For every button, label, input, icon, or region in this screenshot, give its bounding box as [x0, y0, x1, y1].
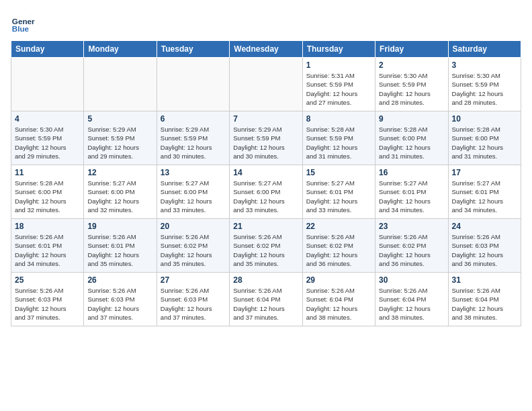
day-info: Sunrise: 5:28 AM Sunset: 6:00 PM Dayligh…	[452, 125, 517, 161]
logo: General Blue	[11, 11, 38, 35]
day-number: 10	[452, 114, 517, 124]
day-info: Sunrise: 5:30 AM Sunset: 5:59 PM Dayligh…	[15, 125, 80, 161]
weekday-header-monday: Monday	[84, 41, 157, 58]
day-info: Sunrise: 5:26 AM Sunset: 6:02 PM Dayligh…	[379, 232, 444, 268]
day-cell: 18Sunrise: 5:26 AM Sunset: 6:01 PM Dayli…	[11, 219, 84, 273]
day-info: Sunrise: 5:29 AM Sunset: 5:59 PM Dayligh…	[87, 125, 152, 161]
day-number: 6	[161, 114, 226, 124]
day-number: 2	[379, 60, 444, 70]
day-cell: 8Sunrise: 5:28 AM Sunset: 5:59 PM Daylig…	[302, 111, 375, 165]
day-info: Sunrise: 5:26 AM Sunset: 6:03 PM Dayligh…	[87, 286, 152, 322]
day-number: 25	[15, 275, 80, 285]
day-info: Sunrise: 5:27 AM Sunset: 6:00 PM Dayligh…	[87, 179, 152, 214]
day-number: 20	[161, 222, 226, 231]
day-cell: 13Sunrise: 5:27 AM Sunset: 6:00 PM Dayli…	[157, 165, 229, 219]
weekday-header-tuesday: Tuesday	[157, 41, 229, 58]
day-number: 15	[306, 168, 371, 177]
day-cell: 31Sunrise: 5:26 AM Sunset: 6:04 PM Dayli…	[448, 273, 521, 326]
week-row-2: 4Sunrise: 5:30 AM Sunset: 5:59 PM Daylig…	[11, 111, 521, 165]
day-info: Sunrise: 5:27 AM Sunset: 6:01 PM Dayligh…	[306, 179, 371, 214]
day-cell: 3Sunrise: 5:30 AM Sunset: 5:59 PM Daylig…	[448, 58, 521, 111]
day-info: Sunrise: 5:27 AM Sunset: 6:01 PM Dayligh…	[379, 179, 444, 214]
day-cell: 15Sunrise: 5:27 AM Sunset: 6:01 PM Dayli…	[302, 165, 375, 219]
day-number: 16	[379, 168, 444, 177]
day-cell: 6Sunrise: 5:29 AM Sunset: 5:59 PM Daylig…	[157, 111, 229, 165]
day-info: Sunrise: 5:26 AM Sunset: 6:03 PM Dayligh…	[452, 232, 517, 268]
week-row-5: 25Sunrise: 5:26 AM Sunset: 6:03 PM Dayli…	[11, 273, 521, 326]
day-info: Sunrise: 5:28 AM Sunset: 6:00 PM Dayligh…	[15, 179, 80, 214]
day-cell: 30Sunrise: 5:26 AM Sunset: 6:04 PM Dayli…	[375, 273, 448, 326]
day-info: Sunrise: 5:27 AM Sunset: 6:00 PM Dayligh…	[233, 179, 298, 214]
day-cell: 11Sunrise: 5:28 AM Sunset: 6:00 PM Dayli…	[11, 165, 84, 219]
day-cell: 16Sunrise: 5:27 AM Sunset: 6:01 PM Dayli…	[375, 165, 448, 219]
day-number: 24	[452, 222, 517, 231]
day-cell	[84, 58, 157, 111]
day-cell: 26Sunrise: 5:26 AM Sunset: 6:03 PM Dayli…	[84, 273, 157, 326]
day-number: 21	[233, 222, 298, 231]
day-number: 29	[306, 275, 371, 285]
day-info: Sunrise: 5:26 AM Sunset: 6:02 PM Dayligh…	[306, 232, 371, 268]
day-number: 9	[379, 114, 444, 124]
day-number: 18	[15, 222, 80, 231]
day-info: Sunrise: 5:26 AM Sunset: 6:02 PM Dayligh…	[161, 232, 226, 268]
day-cell: 25Sunrise: 5:26 AM Sunset: 6:03 PM Dayli…	[11, 273, 84, 326]
day-info: Sunrise: 5:27 AM Sunset: 6:01 PM Dayligh…	[452, 179, 517, 214]
day-info: Sunrise: 5:26 AM Sunset: 6:03 PM Dayligh…	[15, 286, 80, 322]
day-cell: 10Sunrise: 5:28 AM Sunset: 6:00 PM Dayli…	[448, 111, 521, 165]
day-info: Sunrise: 5:26 AM Sunset: 6:04 PM Dayligh…	[452, 286, 517, 322]
day-cell: 21Sunrise: 5:26 AM Sunset: 6:02 PM Dayli…	[230, 219, 302, 273]
day-number: 23	[379, 222, 444, 231]
header: General Blue	[11, 11, 521, 35]
day-number: 13	[161, 168, 226, 177]
day-info: Sunrise: 5:27 AM Sunset: 6:00 PM Dayligh…	[161, 179, 226, 214]
day-info: Sunrise: 5:26 AM Sunset: 6:01 PM Dayligh…	[15, 232, 80, 268]
day-number: 14	[233, 168, 298, 177]
day-number: 26	[87, 275, 152, 285]
day-number: 3	[452, 60, 517, 70]
day-number: 22	[306, 222, 371, 231]
week-row-4: 18Sunrise: 5:26 AM Sunset: 6:01 PM Dayli…	[11, 219, 521, 273]
day-cell: 5Sunrise: 5:29 AM Sunset: 5:59 PM Daylig…	[84, 111, 157, 165]
weekday-header-row: SundayMondayTuesdayWednesdayThursdayFrid…	[11, 41, 521, 58]
day-number: 12	[87, 168, 152, 177]
week-row-3: 11Sunrise: 5:28 AM Sunset: 6:00 PM Dayli…	[11, 165, 521, 219]
weekday-header-friday: Friday	[375, 41, 448, 58]
day-cell	[230, 58, 302, 111]
day-cell: 12Sunrise: 5:27 AM Sunset: 6:00 PM Dayli…	[84, 165, 157, 219]
day-number: 30	[379, 275, 444, 285]
day-cell: 27Sunrise: 5:26 AM Sunset: 6:03 PM Dayli…	[157, 273, 229, 326]
day-info: Sunrise: 5:29 AM Sunset: 5:59 PM Dayligh…	[161, 125, 226, 161]
weekday-header-wednesday: Wednesday	[230, 41, 302, 58]
day-number: 4	[15, 114, 80, 124]
day-info: Sunrise: 5:26 AM Sunset: 6:02 PM Dayligh…	[233, 232, 298, 268]
day-info: Sunrise: 5:29 AM Sunset: 5:59 PM Dayligh…	[233, 125, 298, 161]
logo-icon: General Blue	[11, 11, 35, 35]
day-info: Sunrise: 5:26 AM Sunset: 6:03 PM Dayligh…	[161, 286, 226, 322]
day-info: Sunrise: 5:28 AM Sunset: 5:59 PM Dayligh…	[306, 125, 371, 161]
day-info: Sunrise: 5:26 AM Sunset: 6:01 PM Dayligh…	[87, 232, 152, 268]
day-number: 28	[233, 275, 298, 285]
day-cell: 2Sunrise: 5:30 AM Sunset: 5:59 PM Daylig…	[375, 58, 448, 111]
day-info: Sunrise: 5:28 AM Sunset: 6:00 PM Dayligh…	[379, 125, 444, 161]
day-cell: 14Sunrise: 5:27 AM Sunset: 6:00 PM Dayli…	[230, 165, 302, 219]
day-info: Sunrise: 5:26 AM Sunset: 6:04 PM Dayligh…	[306, 286, 371, 322]
day-number: 7	[233, 114, 298, 124]
calendar: SundayMondayTuesdayWednesdayThursdayFrid…	[11, 40, 521, 326]
svg-text:Blue: Blue	[12, 24, 30, 33]
day-cell: 1Sunrise: 5:31 AM Sunset: 5:59 PM Daylig…	[302, 58, 375, 111]
weekday-header-sunday: Sunday	[11, 41, 84, 58]
day-cell: 22Sunrise: 5:26 AM Sunset: 6:02 PM Dayli…	[302, 219, 375, 273]
day-info: Sunrise: 5:30 AM Sunset: 5:59 PM Dayligh…	[379, 71, 444, 107]
day-number: 5	[87, 114, 152, 124]
day-cell: 23Sunrise: 5:26 AM Sunset: 6:02 PM Dayli…	[375, 219, 448, 273]
day-cell: 20Sunrise: 5:26 AM Sunset: 6:02 PM Dayli…	[157, 219, 229, 273]
day-number: 19	[87, 222, 152, 231]
day-info: Sunrise: 5:26 AM Sunset: 6:04 PM Dayligh…	[233, 286, 298, 322]
day-info: Sunrise: 5:31 AM Sunset: 5:59 PM Dayligh…	[306, 71, 371, 107]
day-number: 8	[306, 114, 371, 124]
day-cell: 9Sunrise: 5:28 AM Sunset: 6:00 PM Daylig…	[375, 111, 448, 165]
day-cell: 4Sunrise: 5:30 AM Sunset: 5:59 PM Daylig…	[11, 111, 84, 165]
week-row-1: 1Sunrise: 5:31 AM Sunset: 5:59 PM Daylig…	[11, 58, 521, 111]
weekday-header-thursday: Thursday	[302, 41, 375, 58]
day-number: 31	[452, 275, 517, 285]
